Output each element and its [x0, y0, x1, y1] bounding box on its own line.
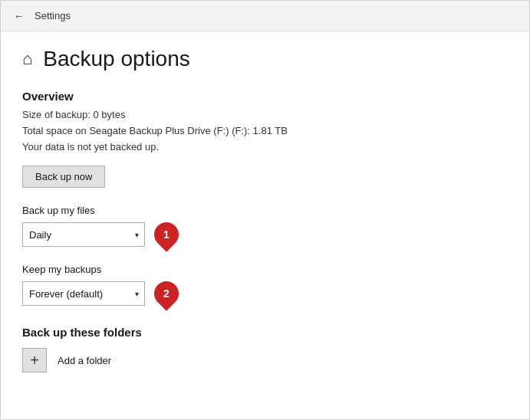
keep-backups-row: Forever (default) Until space is needed … [22, 281, 508, 306]
page-title: Backup options [43, 47, 189, 71]
backup-now-button[interactable]: Back up now [22, 166, 105, 188]
keep-backups-label: Keep my backups [22, 264, 508, 275]
folders-section: Back up these folders + Add a folder [22, 326, 508, 372]
back-button[interactable]: ← [10, 7, 28, 25]
add-folder-button[interactable]: + [22, 348, 47, 372]
title-bar-title: Settings [35, 10, 71, 21]
backup-frequency-section: Back up my files Daily Every hour (defau… [22, 205, 508, 247]
add-folder-row: + Add a folder [22, 348, 508, 372]
total-space-text: Total space on Seagate Backup Plus Drive… [22, 123, 508, 139]
backup-frequency-select[interactable]: Daily Every hour (default) Every 3 hours… [22, 222, 145, 247]
badge-1: 1 [149, 218, 183, 252]
home-icon: ⌂ [22, 49, 32, 69]
title-bar: ← Settings [1, 1, 529, 31]
badge-2: 2 [149, 277, 183, 311]
badge-2-number: 2 [163, 287, 170, 300]
overview-section: Overview Size of backup: 0 bytes Total s… [22, 90, 508, 188]
backup-size-text: Size of backup: 0 bytes [22, 107, 508, 123]
keep-backups-section: Keep my backups Forever (default) Until … [22, 264, 508, 306]
overview-section-title: Overview [22, 90, 508, 103]
backup-frequency-dropdown-wrapper: Daily Every hour (default) Every 3 hours… [22, 222, 145, 247]
backup-status-text: Your data is not yet backed up. [22, 139, 508, 156]
backup-frequency-row: Daily Every hour (default) Every 3 hours… [22, 222, 508, 247]
badge-1-number: 1 [163, 228, 170, 241]
backup-frequency-label: Back up my files [22, 205, 508, 216]
content-area: ⌂ Backup options Overview Size of backup… [1, 31, 529, 419]
settings-window: ← Settings ⌂ Backup options Overview Siz… [0, 0, 530, 420]
page-header: ⌂ Backup options [22, 47, 508, 71]
keep-backups-dropdown-wrapper: Forever (default) Until space is needed … [22, 281, 145, 306]
keep-backups-select[interactable]: Forever (default) Until space is needed … [22, 281, 145, 306]
add-folder-label: Add a folder [58, 355, 111, 366]
folders-section-title: Back up these folders [22, 326, 508, 339]
